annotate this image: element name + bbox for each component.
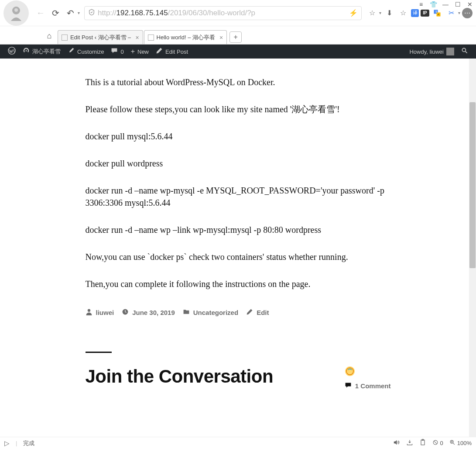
wordpress-icon — [8, 47, 16, 56]
maximize-icon[interactable]: ☐ — [454, 1, 461, 8]
profile-avatar[interactable] — [3, 0, 29, 26]
post-paragraph: This is a tutorial about WordPress-MySQL… — [86, 76, 391, 88]
pencil-icon — [156, 47, 163, 56]
bookmark-icon[interactable]: ☆ — [397, 7, 409, 19]
address-bar[interactable]: http://192.168.75.145/2019/06/30/hello-w… — [84, 6, 362, 20]
close-tab-icon[interactable]: × — [135, 34, 139, 41]
status-text: 完成 — [23, 439, 34, 447]
meta-edit[interactable]: Edit — [246, 308, 269, 317]
close-window-icon[interactable]: ✕ — [466, 1, 473, 8]
clipboard-icon[interactable] — [419, 439, 426, 447]
history-dropdown-icon[interactable]: ▾ — [78, 10, 80, 15]
zoom-icon — [449, 439, 455, 447]
download-icon[interactable]: ⬇ — [383, 7, 395, 19]
post-paragraph: docker pull wordpress — [86, 157, 391, 169]
wp-howdy[interactable]: Howdy, liuwei — [406, 45, 458, 59]
user-avatar-icon — [446, 48, 454, 55]
tab-bar: ⌂ Edit Post ‹ 湖心亭看雪 – × Hello world! – 湖… — [0, 26, 476, 45]
commenter-avatar-icon — [345, 366, 355, 376]
wp-new[interactable]: + New — [127, 45, 152, 59]
post-paragraph: docker run -d –name wp-mysql -e MYSQL_RO… — [86, 184, 391, 209]
comment-count-link[interactable]: 1 Comment — [345, 382, 391, 390]
comment-count-label: 1 Comment — [355, 382, 391, 390]
post-paragraph: Now,you can use `docker ps` check two co… — [86, 251, 391, 263]
browser-toolbar: ← ⟳ ↶ ▾ http://192.168.75.145/2019/06/30… — [0, 0, 476, 26]
volume-icon[interactable] — [393, 439, 400, 447]
comments-heading: Join the Conversation — [86, 366, 274, 387]
tab-title: Hello world! – 湖心亭看 — [157, 34, 215, 41]
zoom-control[interactable]: 100% — [449, 439, 472, 447]
svg-text:A: A — [438, 13, 439, 16]
plus-icon: + — [131, 48, 135, 55]
wp-logo[interactable] — [4, 45, 19, 59]
speedometer-icon — [23, 47, 30, 56]
new-tab-button[interactable]: + — [229, 31, 242, 43]
person-icon — [86, 308, 92, 317]
post-body: This is a tutorial about WordPress-MySQL… — [86, 76, 391, 290]
svg-text:文: 文 — [435, 10, 438, 13]
post-meta: liuwei June 30, 2019 Uncategorized Edit — [86, 305, 391, 317]
block-count[interactable]: 0 — [432, 439, 443, 447]
search-icon — [461, 47, 468, 56]
star-outline-icon[interactable]: ☆ — [366, 7, 378, 19]
folder-icon — [183, 308, 190, 317]
back-button[interactable]: ← — [34, 7, 47, 20]
comments-section: Join the Conversation 1 Comment — [86, 352, 391, 390]
lightning-icon[interactable]: ⚡ — [349, 9, 358, 17]
tab-hello-world[interactable]: Hello world! – 湖心亭看 × — [144, 30, 227, 44]
ip-icon[interactable]: IP — [421, 10, 429, 17]
wp-search[interactable] — [458, 45, 472, 59]
speech-bubble-icon — [345, 382, 352, 390]
download-tray-icon[interactable] — [406, 439, 413, 447]
more-button[interactable]: ⋯ — [462, 8, 473, 18]
undo-button[interactable]: ↶ — [64, 7, 77, 20]
post-paragraph: docker run -d –name wp –link wp-mysql:my… — [86, 224, 391, 236]
play-forward-icon[interactable]: ▷ — [4, 439, 10, 447]
svg-point-8 — [87, 309, 90, 312]
post-paragraph: Please follow these steps,you can look l… — [86, 103, 391, 115]
wp-site-name[interactable]: 湖心亭看雪 — [19, 45, 64, 59]
page-icon — [62, 35, 68, 41]
scrollbar-track[interactable] — [469, 59, 476, 437]
translate-icon[interactable]: 译 — [411, 9, 419, 17]
site-name-label: 湖心亭看雪 — [32, 48, 61, 55]
meta-author[interactable]: liuwei — [86, 308, 114, 317]
reload-button[interactable]: ⟳ — [49, 7, 62, 20]
status-bar: ▷ | 完成 0 100% — [0, 437, 476, 449]
home-button[interactable]: ⌂ — [43, 29, 56, 42]
date-label: June 30, 2019 — [132, 309, 175, 316]
svg-point-7 — [462, 48, 466, 52]
wp-admin-bar: 湖心亭看雪 Customize 0 + New Edit Post Howdy,… — [0, 45, 476, 59]
post-paragraph: Then,you can complete it following the i… — [86, 278, 391, 290]
wp-customize[interactable]: Customize — [64, 45, 107, 59]
svg-rect-12 — [421, 440, 425, 445]
tab-edit-post[interactable]: Edit Post ‹ 湖心亭看雪 – × — [58, 30, 143, 44]
new-label: New — [137, 48, 149, 55]
scissors-dropdown-icon[interactable]: ▾ — [458, 10, 460, 15]
meta-category[interactable]: Uncategorized — [183, 308, 238, 317]
minimize-icon[interactable]: — — [442, 1, 449, 8]
wp-comments[interactable]: 0 — [107, 45, 127, 59]
shirt-icon[interactable]: 👕 — [430, 1, 437, 8]
author-label: liuwei — [96, 309, 114, 316]
svg-point-1 — [14, 8, 18, 12]
scrollbar-thumb[interactable] — [469, 102, 476, 268]
zoom-label: 100% — [457, 440, 472, 446]
meta-date[interactable]: June 30, 2019 — [122, 308, 175, 317]
comments-count: 0 — [120, 48, 123, 55]
howdy-label: Howdy, liuwei — [409, 48, 444, 55]
category-label: Uncategorized — [193, 309, 238, 316]
edit-post-label: Edit Post — [165, 48, 188, 55]
clock-icon — [122, 308, 129, 317]
google-translate-icon[interactable]: 文A — [431, 7, 443, 19]
bookmark-dropdown-icon[interactable]: ▾ — [379, 10, 381, 15]
shield-block-icon — [432, 439, 438, 447]
wp-edit-post[interactable]: Edit Post — [152, 45, 192, 59]
scissors-icon[interactable]: ✂ — [445, 7, 457, 19]
menu-icon[interactable]: ≡ — [418, 1, 425, 8]
post-paragraph: docker pull mysql:5.6.44 — [86, 130, 391, 142]
shield-icon — [88, 9, 95, 17]
url-text: http://192.168.75.145/2019/06/30/hello-w… — [98, 9, 347, 17]
close-tab-icon[interactable]: × — [219, 34, 223, 41]
tab-title: Edit Post ‹ 湖心亭看雪 – — [70, 34, 131, 41]
